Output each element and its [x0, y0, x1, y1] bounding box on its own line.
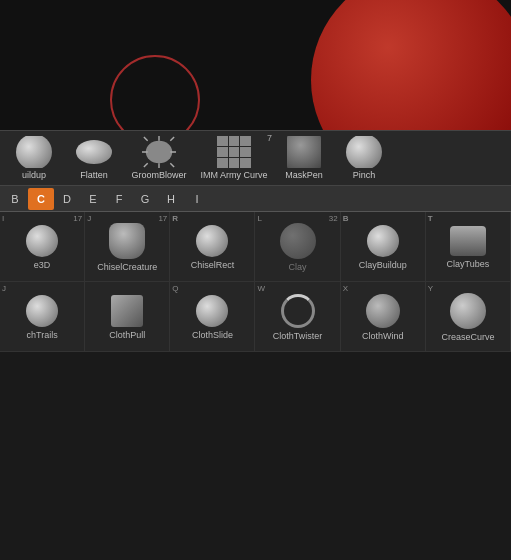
brush-flatten[interactable]: Flatten [64, 131, 124, 185]
brush-cell-chtrails[interactable]: J chTrails [0, 282, 85, 352]
brush-cell-claybuildup[interactable]: B ClayBuildup [341, 212, 426, 282]
alpha-btn-G[interactable]: G [132, 188, 158, 210]
brush-grid-row1: I 17 e3D J 17 ChiselCreature R ChiselRec… [0, 212, 511, 282]
svg-line-8 [170, 163, 174, 167]
chtrails-icon [26, 295, 58, 327]
alpha-btn-B[interactable]: B [2, 188, 28, 210]
brush-pinch[interactable]: Pinch [334, 131, 394, 185]
alpha-btn-H[interactable]: H [158, 188, 184, 210]
brush-cell-clothslide[interactable]: Q ClothSlide [170, 282, 255, 352]
brush-cell-clay[interactable]: L 32 Clay [255, 212, 340, 282]
alpha-btn-C[interactable]: C [28, 188, 54, 210]
clothpull-icon [111, 295, 143, 327]
viewport-background [0, 0, 511, 130]
brush-cell-chiselrect[interactable]: R ChiselRect [170, 212, 255, 282]
brush-panel: uildup Flatten Groom [0, 130, 511, 352]
claybuildup-icon [367, 225, 399, 257]
chiselrect-icon [196, 225, 228, 257]
brush-groomblower[interactable]: GroomBlower [124, 131, 194, 185]
brush-cell-clothpull[interactable]: ClothPull [85, 282, 170, 352]
clothwind-icon [366, 294, 400, 328]
alpha-btn-F[interactable]: F [106, 188, 132, 210]
top-brush-row: uildup Flatten Groom [0, 131, 511, 186]
circle-outline [110, 55, 200, 130]
brush-cell-clothwind[interactable]: X ClothWind [341, 282, 426, 352]
alpha-btn-I[interactable]: I [184, 188, 210, 210]
red-sphere-decoration [311, 0, 511, 130]
claytubes-icon [450, 226, 486, 256]
clay-icon [280, 223, 316, 259]
alphabet-filter-row: B C D E F G H I [0, 186, 511, 212]
brush-grid-row2: J chTrails ClothPull Q ClothSlide W Clot… [0, 282, 511, 352]
svg-point-0 [146, 141, 172, 164]
chiselcreature-icon [109, 223, 145, 259]
clothslide-icon [196, 295, 228, 327]
brush-buildup[interactable]: uildup [4, 131, 64, 185]
groomblower-icon [140, 136, 178, 168]
brush-cell-claytubes[interactable]: T ClayTubes [426, 212, 511, 282]
brush-cell-e3d[interactable]: I 17 e3D [0, 212, 85, 282]
alpha-btn-D[interactable]: D [54, 188, 80, 210]
svg-line-6 [144, 163, 148, 167]
alpha-btn-E[interactable]: E [80, 188, 106, 210]
brush-cell-creasecurve[interactable]: Y CreaseCurve [426, 282, 511, 352]
clothtwister-icon [281, 294, 315, 328]
creasecurve-icon [450, 293, 486, 329]
brush-cell-chiselcreature[interactable]: J 17 ChiselCreature [85, 212, 170, 282]
svg-line-3 [170, 137, 174, 141]
svg-line-1 [144, 137, 148, 141]
brush-maskpen[interactable]: MaskPen [274, 131, 334, 185]
brush-immarmycurve[interactable]: 7 IMM Army Curve [194, 131, 274, 185]
e3d-icon [26, 225, 58, 257]
brush-cell-clothtwister[interactable]: W ClothTwister [255, 282, 340, 352]
